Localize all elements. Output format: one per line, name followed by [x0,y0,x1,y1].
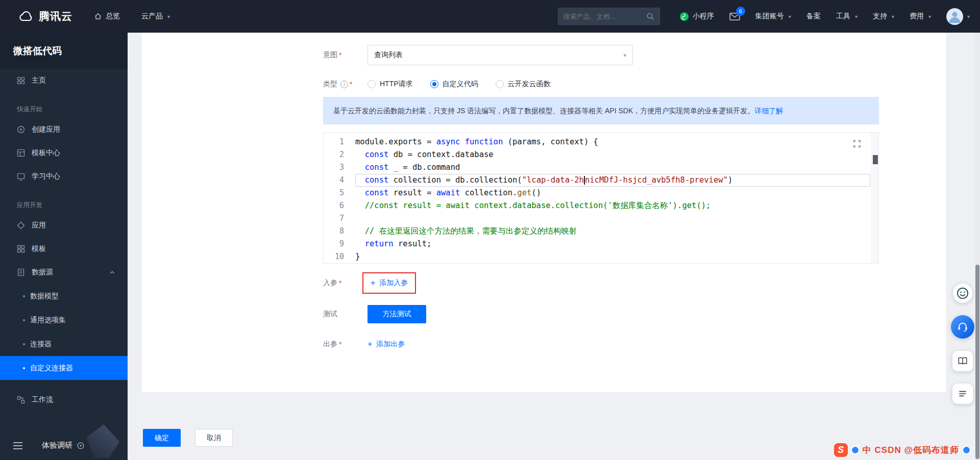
search-icon[interactable] [646,12,654,20]
nav-support-label: 支持 [873,12,887,21]
sidebar-item-learning-center[interactable]: 学习中心 [0,165,128,188]
code-line[interactable]: 2 const db = context.database [324,148,878,161]
chevron-down-icon: ▾ [623,52,626,59]
code-line[interactable]: 9 return result; [324,238,878,250]
page-scrollbar[interactable] [975,33,980,460]
method-test-button[interactable]: 方法测试 [368,305,426,323]
user-account-menu[interactable]: ▾ [946,8,970,25]
editor-scrollbar[interactable] [871,133,878,263]
search-input[interactable] [564,13,646,20]
nav-messages[interactable]: 6 [729,12,740,21]
code-line[interactable]: 3 const _ = db.command [324,161,878,174]
radio-icon [368,80,376,88]
radio-custom-code[interactable]: 自定义代码 [430,80,478,89]
sidebar-item-label: 创建应用 [32,125,60,134]
banner-text: 基于云开发的云函数能力封装，只支持 JS 语法编写，内置了数据模型、连接器等相关… [333,107,754,115]
sidebar-item-home[interactable]: 主页 [0,69,128,92]
nav-mini-program[interactable]: 小程序 [679,12,714,21]
sidebar-menu: 主页 快速开始 创建应用 模板中心 学习中心 应用开发 应用 [0,69,128,431]
info-icon[interactable]: i [340,81,348,88]
sidebar-item-workflow[interactable]: 工作流 [0,388,128,412]
csdn-logo: S [834,443,848,457]
test-row: 测试 方法测试 [323,305,946,323]
code-line[interactable]: 4 const collection = db.collection("lcap… [324,174,878,187]
intent-select[interactable]: 查询列表 ▾ [368,45,633,65]
sidebar-item-label: 工作流 [32,395,53,404]
nav-group-account-label: 集团账号 [755,12,784,21]
plus-circle-icon [17,125,25,134]
nav-tools[interactable]: 工具 ▾ [836,12,857,21]
sidebar-item-connector[interactable]: 连接器 [0,332,128,356]
input-params-label-text: 入参 [323,278,337,288]
page-scrollbar-thumb[interactable] [975,265,979,459]
nav-record-label: 备案 [806,12,821,21]
info-banner: 基于云开发的云函数能力封装，只支持 JS 语法编写，内置了数据模型、连接器等相关… [323,97,879,124]
watermark: S 中 CSDN @低码布道师 [834,443,971,457]
feedback-list-button[interactable] [952,384,973,404]
confirm-button[interactable]: 确定 [143,429,181,447]
target-icon [77,442,85,450]
editor-scrollbar-thumb[interactable] [873,155,878,164]
radio-label: 云开发云函数 [508,80,551,89]
workflow-icon [17,396,25,404]
sidebar-item-option-set[interactable]: 通用选项集 [0,308,128,332]
nav-record[interactable]: 备案 [806,12,821,21]
collapse-menu-icon[interactable] [13,442,22,449]
code-line[interactable]: 1module.exports = async function (params… [324,136,878,148]
tencent-cloud-logo[interactable]: 腾讯云 [18,9,72,23]
customer-service-button[interactable] [951,315,974,339]
add-input-param-link[interactable]: + 添加入参 [371,278,408,288]
add-input-param-label: 添加入参 [379,278,408,288]
nav-tools-label: 工具 [836,12,850,21]
intent-selected-value: 查询列表 [374,50,403,60]
navbar-search[interactable] [558,8,660,25]
fullscreen-icon[interactable] [853,140,861,148]
required-mark: * [339,279,341,287]
nav-billing-label: 费用 [910,12,924,21]
sidebar-item-template[interactable]: 模板 [0,237,128,261]
input-params-label: 入参 * [323,278,368,288]
message-count-badge: 6 [736,7,745,16]
highlight-annotation-box: + 添加入参 [362,272,416,294]
radio-cloud-function[interactable]: 云开发云函数 [496,80,551,89]
sidebar-item-data-model[interactable]: 数据模型 [0,284,128,308]
experience-survey-link[interactable]: 体验调研 [42,441,85,450]
docs-book-button[interactable] [952,351,973,371]
code-line[interactable]: 7 [324,212,878,225]
radio-http-request[interactable]: HTTP请求 [368,80,413,89]
bullet-icon [23,367,25,369]
code-lines: 1module.exports = async function (params… [324,136,878,263]
chevron-up-icon[interactable] [109,269,115,275]
document-icon [17,268,25,276]
cancel-button[interactable]: 取消 [195,429,233,447]
sidebar-item-template-center[interactable]: 模板中心 [0,141,128,165]
sidebar: 微搭低代码 主页 快速开始 创建应用 模板中心 学习中心 应用开发 [0,33,128,460]
nav-overview[interactable]: 总览 [94,12,120,21]
sidebar-item-label: 主页 [32,76,46,85]
sidebar-item-custom-connector[interactable]: 自定义连接器 [0,356,128,380]
sidebar-item-label: 应用 [32,221,46,230]
nav-billing[interactable]: 费用 ▾ [910,12,931,21]
code-editor[interactable]: 1module.exports = async function (params… [323,132,879,264]
code-line[interactable]: 10} [324,250,878,263]
learn-more-link[interactable]: 详细了解 [754,107,783,115]
survey-label: 体验调研 [42,441,72,450]
bullet-icon [23,295,25,297]
code-line[interactable]: 6 //const result = await context.databas… [324,199,878,212]
code-line[interactable]: 5 const result = await collection.get() [324,187,878,199]
sidebar-item-create-app[interactable]: 创建应用 [0,118,128,141]
chevron-down-icon: ▾ [789,14,791,19]
sidebar-item-datasource[interactable]: 数据源 [0,261,128,284]
feedback-smiley-button[interactable] [953,284,972,303]
nav-cloud-products[interactable]: 云产品 ▾ [141,12,170,21]
radio-label: HTTP请求 [380,80,413,89]
cloud-logo-icon [18,11,34,22]
nav-support[interactable]: 支持 ▾ [873,12,894,21]
radio-label: 自定义代码 [443,80,478,89]
sidebar-item-application[interactable]: 应用 [0,214,128,237]
page: 腾讯云 总览 云产品 ▾ 小程序 [0,0,980,460]
add-output-param-link[interactable]: + 添加出参 [368,340,405,349]
logo-text: 腾讯云 [39,9,72,23]
code-line[interactable]: 8 // 在这里返回这个方法的结果，需要与出参定义的结构映射 [324,225,878,238]
nav-group-account[interactable]: 集团账号 ▾ [755,12,791,21]
